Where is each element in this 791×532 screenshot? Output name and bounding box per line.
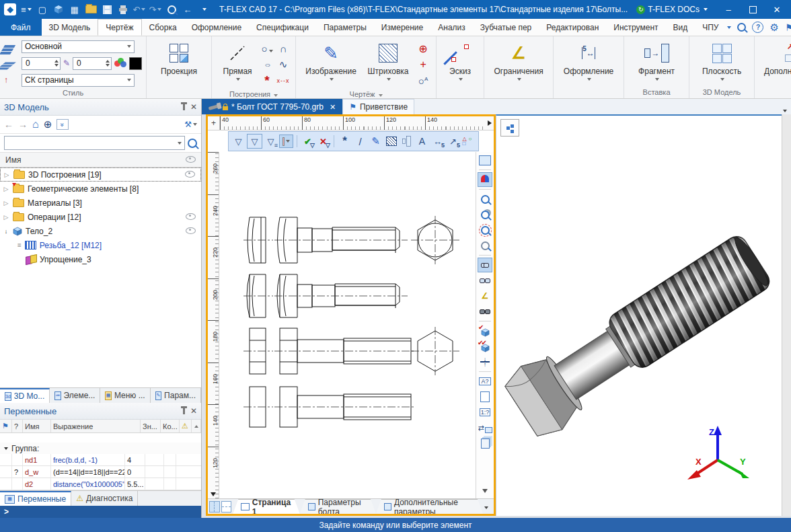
search-icon[interactable]	[737, 23, 746, 32]
print-icon[interactable]	[117, 3, 129, 15]
filter-text-icon[interactable]: A	[415, 135, 429, 148]
command-prompt[interactable]: >	[0, 506, 201, 518]
compress-icon[interactable]: ↓↑	[478, 354, 492, 369]
locate-icon[interactable]: ⊕	[44, 118, 52, 130]
ruler-scroll-right-icon[interactable]	[486, 116, 494, 130]
document-tab-welcome[interactable]: ⚑ Приветствие	[342, 99, 414, 114]
tree-item-operations[interactable]: ▷ Операции [12]	[0, 210, 201, 224]
drawing-canvas[interactable]	[219, 152, 476, 498]
close-button[interactable]: ✕	[767, 2, 787, 17]
new-3d-model-icon[interactable]	[52, 3, 65, 15]
hide-elements-icon[interactable]	[478, 258, 492, 272]
show-elements-icon[interactable]	[478, 273, 492, 288]
tflex-docs-button[interactable]: ↻ T-FLEX DOCs	[636, 5, 708, 14]
new-document-icon[interactable]: ▢	[36, 3, 48, 15]
show-constraints-icon[interactable]: ∠	[478, 289, 492, 303]
redo-icon[interactable]: ↷	[149, 3, 161, 15]
line-button[interactable]: Прямая	[216, 39, 259, 89]
tab-specification[interactable]: Спецификаци	[249, 19, 316, 36]
construction-axes-icon[interactable]: +	[420, 59, 426, 71]
quick-access-customize-icon[interactable]	[198, 3, 210, 15]
tab-edit[interactable]: Редактирован	[539, 19, 606, 36]
ruler-scroll-down-icon[interactable]	[208, 490, 219, 498]
plane-button[interactable]: Плоскость	[693, 39, 750, 81]
tab-drawing[interactable]: Чертёж	[98, 19, 141, 36]
selection-color-icon[interactable]	[279, 135, 293, 148]
tab-variables[interactable]: ▦Переменные	[0, 491, 71, 506]
constraints-button[interactable]: ∠ Ограничения	[488, 39, 549, 81]
apply-filter-icon[interactable]: ✔▽	[301, 135, 315, 148]
variables-group-row[interactable]: Группа:	[0, 443, 201, 454]
tab-params-panel[interactable]: ✎Парам...	[151, 388, 201, 403]
arc-tool-icon[interactable]: ∩	[280, 43, 287, 54]
page-tab-1[interactable]: Страница 1	[233, 499, 299, 514]
filter-nodes-icon[interactable]: *	[338, 135, 352, 148]
settings-gear-icon[interactable]: ⚙	[769, 22, 778, 34]
color-wheel-icon[interactable]	[114, 58, 126, 69]
tab-3d-model[interactable]: 3D Модель	[42, 19, 98, 36]
zoom-window-icon[interactable]	[478, 223, 492, 237]
tab-file[interactable]: Файл	[0, 19, 42, 36]
minimize-button[interactable]: –	[718, 2, 739, 17]
zoom-all-pages-icon[interactable]	[478, 207, 492, 222]
tab-assembly[interactable]: Сборка	[142, 19, 184, 36]
filter-graphics-icon[interactable]: ✎	[369, 135, 383, 148]
tree-item-body-2[interactable]: ↓ Тело_2	[0, 224, 201, 238]
tab-menu-panel[interactable]: ▦Меню ...	[100, 388, 150, 403]
style-scheme-select[interactable]: Основной	[22, 40, 135, 53]
filter-list-icon[interactable]: ▽≡	[264, 135, 278, 148]
horizontal-ruler[interactable]: + 40 60 80 100 120 140	[208, 116, 494, 130]
filter-fragment-icon[interactable]	[400, 135, 414, 148]
tab-tools[interactable]: Инструмент	[606, 19, 665, 36]
projection-button[interactable]: Проекция	[151, 39, 207, 76]
level-spinner[interactable]: 0	[22, 57, 61, 70]
filter-hatch-icon[interactable]	[384, 135, 398, 148]
node-tool-icon[interactable]: *	[264, 73, 269, 88]
document-search-icon[interactable]	[165, 3, 178, 15]
forward-icon[interactable]: →	[18, 119, 28, 130]
close-document-icon[interactable]: ✕	[330, 103, 336, 112]
tab-diagnostics[interactable]: ⚠Диагностика	[71, 491, 138, 506]
layer-filter-icon[interactable]: ✎	[63, 59, 70, 68]
tab-3d-model-panel[interactable]: 3d3D Мо...	[0, 388, 50, 403]
ribbon-collapse-icon[interactable]	[727, 26, 731, 29]
undo-icon[interactable]: ↶	[133, 3, 145, 15]
maximize-button[interactable]	[743, 2, 763, 17]
tab-gears[interactable]: Зубчатые пер	[473, 19, 539, 36]
tab-decor[interactable]: Оформление	[184, 19, 249, 36]
tab-view[interactable]: Вид	[666, 19, 695, 36]
full-regenerate-icon[interactable]: ✔✔	[478, 339, 492, 354]
tree-item-materials[interactable]: ▷ Материалы [3]	[0, 196, 201, 210]
snap-magnet-icon[interactable]	[478, 172, 492, 187]
update-pages-icon[interactable]: ⇄	[478, 420, 492, 435]
page-scale-icon[interactable]: 1:?	[478, 405, 492, 420]
circle-annotation-icon[interactable]: ○A	[418, 75, 428, 87]
expand-levels-icon[interactable]: »	[57, 119, 69, 130]
variable-row[interactable]: ? d_w (d==14||d==18||d==22|| 0	[0, 466, 201, 478]
open-folder-icon[interactable]	[85, 3, 97, 15]
window-view-icon[interactable]: ▦	[69, 3, 81, 15]
hatch-button[interactable]: Штриховка	[362, 39, 414, 89]
vertical-ruler[interactable]: 260 240 220 200 180 160 140 120	[208, 152, 219, 498]
filter-lines-icon[interactable]: /	[353, 135, 367, 148]
back-icon[interactable]: ←	[4, 119, 13, 130]
tree-search-icon[interactable]	[188, 139, 197, 148]
ruler-origin-icon[interactable]: +	[208, 116, 220, 130]
extra-button[interactable]: ↗ Дополнительно	[759, 39, 791, 81]
tree-name-header[interactable]: Имя	[0, 152, 201, 167]
zoom-previous-icon[interactable]	[478, 238, 492, 253]
split-horizontal-icon[interactable]	[221, 501, 232, 512]
decor-button[interactable]: 5↔ Оформление	[558, 39, 619, 81]
circle-tool-icon[interactable]: ○	[262, 43, 273, 54]
spline-tool-icon[interactable]: ∿	[279, 59, 288, 71]
tab-list-dropdown-icon[interactable]	[782, 105, 787, 114]
cs-select[interactable]: СК страницы	[22, 74, 135, 87]
document-tab-bolt[interactable]: * Болт ГОСТ 7795-70.grb ✕	[202, 99, 342, 114]
sketch-button[interactable]: Эскиз	[441, 39, 480, 81]
regenerate-model-icon[interactable]: ✔	[478, 324, 492, 338]
close-panel-icon[interactable]: ✕	[190, 102, 197, 112]
array-nodes-icon[interactable]: x--x	[277, 77, 290, 84]
tab-measure[interactable]: Измерение	[374, 19, 430, 36]
pin-icon[interactable]	[183, 104, 185, 110]
variable-row[interactable]: d2 distance("0x1000005".'... 5.5...	[0, 478, 201, 490]
